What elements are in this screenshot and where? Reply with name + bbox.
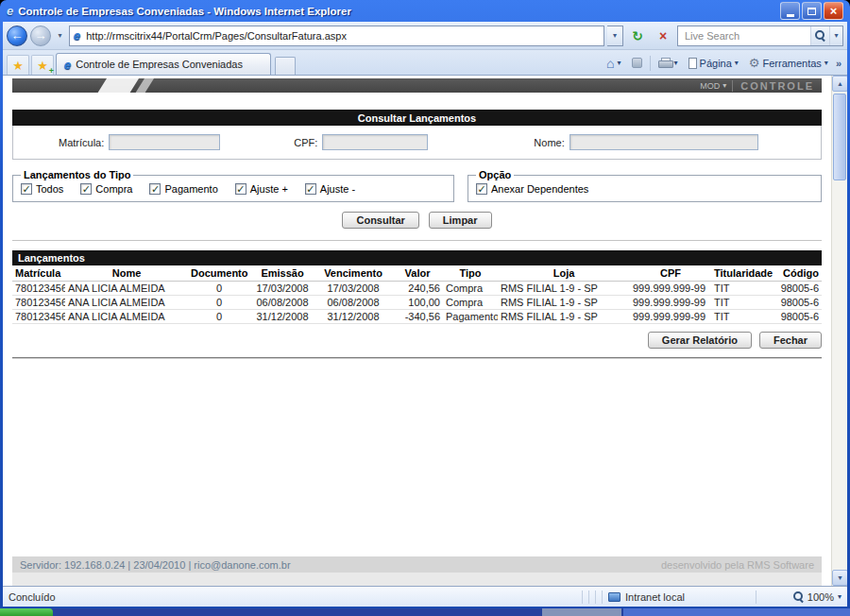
statusbar-separator — [756, 590, 756, 604]
checkbox[interactable]: ✓ — [476, 183, 487, 195]
cpf-input[interactable] — [322, 134, 428, 150]
checkbox-label: Ajuste + — [250, 183, 288, 195]
browser-window: e Controle de Empresas Conveniadas - Win… — [0, 0, 850, 608]
pagina-menu-button[interactable]: Página ▾ — [684, 53, 743, 74]
table-cell: 0 — [188, 296, 250, 310]
tab-favicon: e — [64, 58, 71, 72]
column-header: CPF — [630, 265, 711, 282]
table-row[interactable]: 7801234567ANA LICIA ALMEIDA031/12/200831… — [12, 310, 822, 324]
scrollbar-track[interactable] — [832, 92, 847, 570]
intranet-zone-icon — [608, 592, 620, 602]
fechar-button[interactable]: Fechar — [759, 332, 822, 349]
checkbox[interactable]: ✓ — [21, 183, 32, 195]
search-input[interactable] — [683, 29, 810, 43]
zone-label: Intranet local — [625, 591, 685, 603]
checkbox-option[interactable]: ✓Ajuste - — [305, 183, 355, 195]
history-dropdown-button[interactable]: ▾ — [54, 26, 66, 46]
checkbox[interactable]: ✓ — [80, 183, 92, 195]
feeds-button[interactable] — [627, 53, 647, 74]
table-cell: 240,56 — [392, 282, 443, 296]
taskbar-button-fragment[interactable] — [542, 608, 621, 616]
table-row[interactable]: 7801234567ANA LICIA ALMEIDA006/08/200806… — [12, 296, 822, 310]
table-cell: 0 — [188, 282, 250, 296]
zoom-control[interactable]: 100% ▾ — [762, 591, 842, 603]
close-icon: × — [830, 5, 838, 17]
checkbox-option[interactable]: ✓Pagamento — [149, 183, 217, 195]
site-header-menu[interactable]: MOD ▾ — [700, 81, 726, 91]
table-row[interactable]: 7801234567ANA LICIA ALMEIDA017/03/200817… — [12, 282, 822, 296]
table-cell: 7801234567 — [12, 282, 65, 296]
scroll-up-icon: ▲ — [837, 80, 843, 87]
minimize-button[interactable] — [780, 2, 800, 20]
tab-controle-empresas[interactable]: e Controle de Empresas Conveniadas — [56, 53, 271, 75]
ferramentas-label: Ferramentas — [763, 58, 822, 69]
stop-button[interactable]: × — [652, 26, 674, 46]
toolbar-overflow-button[interactable]: » — [834, 53, 843, 74]
search-button[interactable] — [810, 26, 829, 45]
scrollbar-thumb[interactable] — [833, 94, 846, 180]
pagina-label: Página — [700, 58, 732, 69]
chevron-down-icon: ▾ — [838, 592, 842, 601]
new-tab-button[interactable] — [275, 57, 296, 75]
results-header-row: MatrículaNomeDocumentoEmissãoVencimentoV… — [12, 265, 822, 282]
limpar-button[interactable]: Limpar — [429, 212, 492, 229]
add-favorite-button[interactable]: ★ + — [31, 55, 54, 75]
results-table: MatrículaNomeDocumentoEmissãoVencimentoV… — [12, 265, 822, 324]
address-input[interactable] — [84, 27, 600, 44]
site-header-menu-label: MOD — [700, 81, 720, 91]
plus-icon: + — [49, 67, 54, 76]
page-viewport: MOD ▾ CONTROLE Consultar Lançamentos Mat… — [3, 76, 847, 586]
checkbox[interactable]: ✓ — [305, 183, 316, 195]
search-dropdown-button[interactable]: ▾ — [829, 26, 842, 45]
status-bar: Concluído Intranet local 100% ▾ — [3, 586, 847, 607]
search-form: Matrícula: CPF: Nome: — [12, 126, 822, 160]
page-favicon: e — [74, 28, 80, 43]
matricula-input[interactable] — [109, 134, 220, 150]
scroll-down-icon: ▼ — [837, 574, 843, 581]
scroll-up-button[interactable]: ▲ — [832, 76, 847, 92]
site-header-title: CONTROLE — [732, 80, 814, 92]
checkbox-option[interactable]: ✓Compra — [80, 183, 132, 195]
ferramentas-menu-button[interactable]: ⚙ Ferramentas ▾ — [744, 53, 833, 74]
checkbox[interactable]: ✓ — [235, 183, 246, 195]
table-cell: 999.999.999-99 — [630, 282, 711, 296]
title-bar: e Controle de Empresas Conveniadas - Win… — [3, 0, 847, 22]
address-dropdown-button[interactable]: ▾ — [607, 26, 623, 46]
chevron-down-icon: ▾ — [824, 59, 828, 67]
maximize-button[interactable] — [802, 2, 822, 20]
back-button[interactable]: ← — [7, 26, 27, 46]
column-header: Titularidade — [711, 265, 775, 282]
favorites-center-button[interactable]: ★ — [7, 55, 29, 75]
table-cell: 98005-6 — [775, 296, 822, 310]
column-header: Nome — [65, 265, 188, 282]
footer-filler — [12, 573, 822, 586]
consultar-button[interactable]: Consultar — [342, 212, 418, 229]
print-button[interactable]: ▾ — [654, 53, 683, 74]
checkbox-option[interactable]: ✓Ajuste + — [235, 183, 288, 195]
address-bar[interactable]: e — [69, 26, 604, 46]
home-button[interactable]: ⌂ ▾ — [602, 53, 625, 74]
table-cell: TIT — [711, 310, 775, 324]
start-button-fragment[interactable] — [0, 608, 53, 616]
close-button[interactable]: × — [824, 2, 843, 20]
checkbox[interactable]: ✓ — [149, 183, 161, 195]
nome-input[interactable] — [570, 134, 758, 150]
forward-button[interactable]: → — [30, 26, 51, 46]
opcao-legend: Opção — [476, 169, 514, 180]
checkbox-option[interactable]: ✓Todos — [21, 183, 63, 195]
chevron-down-icon: ▾ — [613, 31, 617, 40]
tab-title: Controle de Empresas Conveniadas — [76, 59, 243, 70]
page-icon — [688, 58, 697, 69]
scroll-down-button[interactable]: ▼ — [832, 570, 847, 586]
refresh-button[interactable]: ↻ — [626, 26, 649, 46]
vertical-scrollbar[interactable]: ▲ ▼ — [831, 76, 847, 586]
statusbar-separator — [602, 590, 603, 604]
gerar-relatorio-button[interactable]: Gerar Relatório — [648, 332, 752, 349]
cpf-field-group: CPF: — [294, 134, 428, 150]
checkbox-option[interactable]: ✓Anexar Dependentes — [476, 183, 588, 195]
search-box[interactable]: ▾ — [677, 26, 843, 46]
chevron-right-icon: » — [836, 58, 842, 69]
window-title: Controle de Empresas Conveniadas - Windo… — [18, 6, 775, 17]
stop-icon: × — [659, 28, 667, 43]
status-text: Concluído — [8, 591, 576, 603]
